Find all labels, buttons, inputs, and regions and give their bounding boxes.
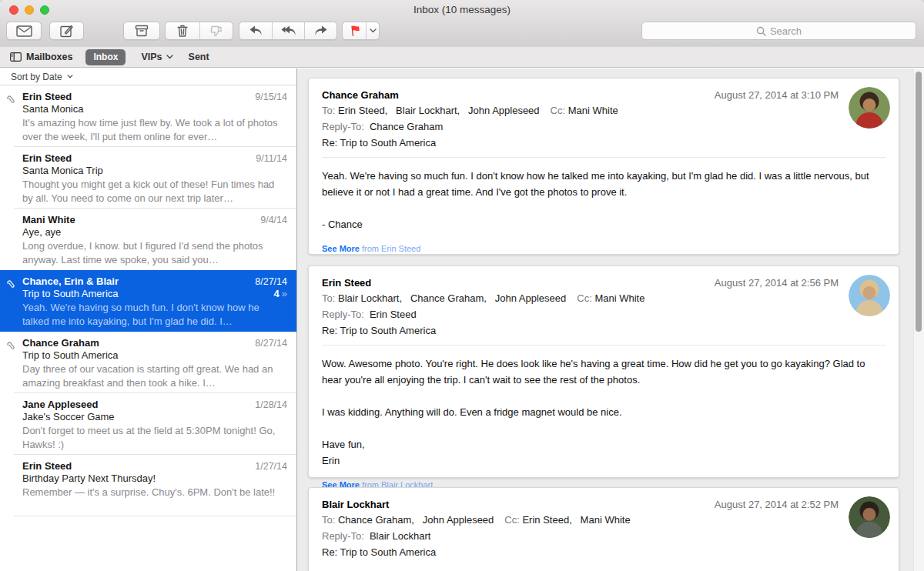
sort-button[interactable]: Sort by Date xyxy=(0,68,296,85)
avatar xyxy=(849,87,890,129)
message-subject: Re: Trip to South America xyxy=(322,322,886,339)
envelope-icon xyxy=(16,25,32,37)
list-item[interactable]: Mani White9/4/14 Aye, aye Long overdue, … xyxy=(0,209,296,270)
junk-button[interactable] xyxy=(199,22,233,39)
mailboxes-label: Mailboxes xyxy=(26,52,72,62)
message-date: August 27, 2014 at 2:56 PM xyxy=(715,277,839,289)
list-item-selected[interactable]: Chance, Erin & Blair8/27/14 Trip to Sout… xyxy=(0,270,296,332)
message-body: Wow. Awesome photo. You're right. He doe… xyxy=(322,356,886,469)
compose-button[interactable] xyxy=(49,22,84,40)
mail-window: Inbox (10 messages) xyxy=(0,0,924,571)
reply-icon xyxy=(249,25,263,36)
paperclip-icon xyxy=(6,279,15,293)
forward-icon xyxy=(314,25,328,36)
scrollbar-thumb[interactable] xyxy=(916,72,922,332)
title-bar: Inbox (10 messages) xyxy=(0,0,924,46)
list-item[interactable]: Erin Steed1/27/14 Birthday Party Next Th… xyxy=(0,455,296,516)
see-more-from[interactable]: from Erin Steed xyxy=(362,244,420,253)
message-pane: Chance Graham August 27, 2014 at 3:10 PM… xyxy=(297,68,924,571)
message-card: Erin Steed August 27, 2014 at 2:56 PM To… xyxy=(308,265,899,478)
thread-expand-icon[interactable]: » xyxy=(282,288,287,299)
sidebar-icon xyxy=(10,52,22,62)
flag-icon xyxy=(350,25,360,37)
list-item[interactable]: Chance Graham8/27/14 Trip to South Ameri… xyxy=(0,332,296,393)
see-more-link[interactable]: See More xyxy=(322,244,360,253)
reply-all-button[interactable] xyxy=(272,22,305,39)
message-date: August 27, 2014 at 2:52 PM xyxy=(715,499,839,510)
chevron-down-icon xyxy=(67,75,73,78)
message-date: August 27, 2014 at 3:10 PM xyxy=(715,89,839,101)
toolbar: Search xyxy=(0,20,924,43)
archive-icon xyxy=(135,25,149,37)
message-body: Yeah. We're having so much fun. I don't … xyxy=(322,168,886,232)
search-icon xyxy=(756,26,766,36)
flag-menu-button[interactable] xyxy=(366,22,379,39)
message-subject: Re: Trip to South America xyxy=(322,544,886,560)
trash-junk-group xyxy=(165,22,233,40)
reply-button[interactable] xyxy=(239,22,272,39)
compose-icon xyxy=(60,25,73,38)
list-item[interactable]: Jane Appleseed1/28/14 Jake's Soccer Game… xyxy=(0,393,296,455)
tab-inbox[interactable]: Inbox xyxy=(85,49,126,65)
forward-button[interactable] xyxy=(304,22,336,39)
mailboxes-button[interactable]: Mailboxes xyxy=(10,52,72,62)
message-list: Sort by Date Erin Steed9/15/14 Santa Mon… xyxy=(0,68,297,571)
tab-vips[interactable]: VIPs xyxy=(141,52,172,62)
message-card: Chance Graham August 27, 2014 at 3:10 PM… xyxy=(308,78,899,255)
scrollbar-track[interactable] xyxy=(913,68,924,571)
tab-sent[interactable]: Sent xyxy=(189,52,209,62)
avatar xyxy=(849,496,890,538)
delete-button[interactable] xyxy=(166,22,199,39)
reply-group xyxy=(239,22,337,40)
flag-button[interactable] xyxy=(343,22,366,39)
search-placeholder: Search xyxy=(770,25,802,37)
window-title: Inbox (10 messages) xyxy=(0,4,924,15)
chevron-down-icon xyxy=(370,28,377,33)
trash-icon xyxy=(177,25,188,37)
search-input[interactable]: Search xyxy=(641,22,916,40)
paperclip-icon xyxy=(6,94,15,109)
favorites-bar: Mailboxes Inbox VIPs Sent xyxy=(0,46,924,68)
archive-button[interactable] xyxy=(123,22,160,40)
flag-group xyxy=(342,22,380,40)
thumbs-down-icon xyxy=(210,25,223,37)
avatar xyxy=(849,275,890,316)
list-item[interactable]: Erin Steed9/11/14 Santa Monica Trip Thou… xyxy=(0,147,296,209)
paperclip-icon xyxy=(6,340,15,355)
get-mail-button[interactable] xyxy=(6,22,42,40)
thread-count: 4» xyxy=(274,287,287,301)
message-card: Blair Lockhart August 27, 2014 at 2:52 P… xyxy=(308,487,899,571)
list-item[interactable]: Erin Steed9/15/14 Santa Monica It's amaz… xyxy=(0,85,296,147)
chevron-down-icon xyxy=(166,55,173,59)
sort-label: Sort by Date xyxy=(11,72,62,82)
reply-all-icon xyxy=(280,25,296,36)
message-subject: Re: Trip to South America xyxy=(322,135,886,151)
